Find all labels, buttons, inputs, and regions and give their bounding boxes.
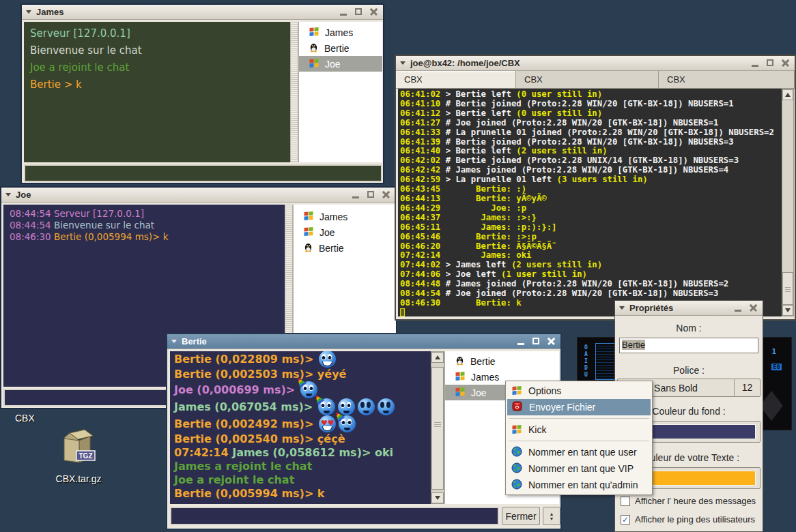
bertie-message-input[interactable] xyxy=(170,507,499,525)
terminal-line: 07:42:14 James: oki xyxy=(400,251,782,261)
terminal-line: 06:44:37 James: :>:} xyxy=(400,213,782,223)
spin-up-icon: ▲ xyxy=(550,512,554,516)
menu-item-nommer-en-tant-que-vip[interactable]: Nommer en tant que VIP xyxy=(507,460,651,477)
close-button[interactable] xyxy=(748,303,758,313)
fermer-button[interactable]: Fermer xyxy=(502,507,540,525)
james-message-input[interactable] xyxy=(24,164,382,182)
chat-message: Bienvenue sur le chat xyxy=(30,42,284,59)
windows-logo-icon xyxy=(303,210,314,221)
windows-user-icon xyxy=(455,370,466,383)
tux-penguin-icon xyxy=(309,42,319,53)
emoticon-cut xyxy=(319,351,336,368)
emoticon-surprised xyxy=(338,398,355,415)
maximize-button[interactable] xyxy=(765,58,776,68)
terminal-line: 06:41:39 # Bertie joined (Proto:2.28 WIN… xyxy=(400,138,782,147)
collapse-icon[interactable] xyxy=(400,61,406,65)
collapse-icon[interactable] xyxy=(619,306,625,310)
user-name: Bertie xyxy=(319,243,344,254)
close-button[interactable] xyxy=(369,7,379,17)
close-button[interactable] xyxy=(381,190,391,200)
collapse-icon[interactable] xyxy=(26,10,31,14)
james-titlebar[interactable]: James xyxy=(22,5,383,20)
scroll-up-button[interactable] xyxy=(431,352,444,363)
linux-user-icon xyxy=(455,355,465,368)
scroll-up-button[interactable] xyxy=(782,89,793,100)
terminal-scrollbar[interactable] xyxy=(782,89,794,316)
user-list-item-joe[interactable]: Joe xyxy=(299,56,382,72)
scroll-down-button[interactable] xyxy=(431,492,444,503)
user-list-item-james[interactable]: James xyxy=(299,25,382,40)
terminal-line: 06:41:10 # Bertie joined (Proto:2.28 WIN… xyxy=(400,100,782,109)
terminal-line: 06:42:59 > La prunelle 01 left (3 users … xyxy=(400,175,782,185)
window-title: Propriétés xyxy=(629,303,673,313)
terminal-line: 08:44:54 # Joe joined (Proto:2.28 WIN/20… xyxy=(400,289,782,299)
emoticon-party xyxy=(300,381,317,398)
close-button[interactable] xyxy=(546,336,556,346)
terminal-line: 06:45:46 Bertie: :>:p xyxy=(400,233,782,242)
bertie-titlebar[interactable]: Bertie xyxy=(167,334,560,349)
maximize-button[interactable] xyxy=(354,7,364,17)
minimize-button[interactable] xyxy=(516,336,526,346)
menu-item-label: Options xyxy=(528,385,561,396)
minimize-button[interactable] xyxy=(351,190,361,200)
menu-item-nommer-en-tant-que-user[interactable]: Nommer en tant que user xyxy=(507,444,651,460)
player-knob[interactable] xyxy=(760,391,783,421)
properties-titlebar[interactable]: Propriétés xyxy=(615,301,763,316)
menu-item-label: Envoyer Fichier xyxy=(529,402,595,413)
user-list-item-bertie[interactable]: Bertie xyxy=(294,240,396,256)
user-list-item-joe[interactable]: Joe xyxy=(294,224,396,240)
scroll-down-button[interactable] xyxy=(782,305,793,316)
spinner-button[interactable]: ▲ ▼ xyxy=(543,507,560,525)
font-label: Police : xyxy=(615,365,763,376)
checkbox-checked[interactable]: ✓ xyxy=(621,515,630,524)
chat-message: Bertie > k xyxy=(30,76,284,93)
menu-item-nommer-en-tant-qu-admin[interactable]: Nommer en tant qu'admin xyxy=(507,477,651,493)
terminal-line: 08:44:48 # James joined (Proto:2.28 WIN/… xyxy=(400,280,782,289)
user-list-item-bertie[interactable]: Bertie xyxy=(299,40,382,56)
desktop-icon-cbx-targz[interactable]: TGZ CBX.tar.gz xyxy=(41,427,116,484)
close-button[interactable] xyxy=(780,58,791,68)
chat-message: Bertie (0,002492 ms)> xyxy=(174,415,427,432)
james-chat-scrollbar[interactable] xyxy=(290,22,298,162)
user-name: Joe xyxy=(471,387,487,398)
globe-icon xyxy=(511,479,522,492)
menu-item-options[interactable]: Options xyxy=(507,383,651,399)
menu-item-kick[interactable]: Kick xyxy=(507,422,651,438)
joe-titlebar[interactable]: Joe xyxy=(1,188,395,203)
windows-user-icon xyxy=(309,26,319,39)
show-ping-checkbox-row[interactable]: ✓ Afficher le ping des utilisateurs xyxy=(621,514,755,524)
collapse-icon[interactable] xyxy=(5,193,11,196)
maximize-button[interactable] xyxy=(531,336,541,346)
minimize-button[interactable] xyxy=(733,303,743,313)
maximize-button[interactable] xyxy=(366,190,376,200)
bertie-chat-scrollbar[interactable] xyxy=(431,351,444,504)
show-time-checkbox-row[interactable]: Afficher l' heure des messages xyxy=(621,496,756,506)
tab-cbx-2[interactable]: CBX xyxy=(516,71,659,88)
user-list-item-bertie[interactable]: Bertie xyxy=(445,353,559,369)
terminal-line: 06:46:20 Bertie: Ã§Ã©Ã§Ã¨ xyxy=(400,242,782,252)
scroll-thumb[interactable] xyxy=(431,367,444,490)
globe-icon xyxy=(511,462,522,473)
chat-message: 08:44:54 Serveur [127.0.0.1] xyxy=(10,208,279,220)
tab-cbx-3[interactable]: CBX xyxy=(659,71,795,88)
terminal-window: joe@bx42: /home/joe/CBX CBX CBX CBX 06:4… xyxy=(395,55,796,321)
windows-user-icon xyxy=(303,226,314,239)
james-window: James Serveur [127.0.0.1]Bienvenue sur l… xyxy=(20,3,384,184)
minimize-button[interactable] xyxy=(339,7,349,17)
menu-item-envoyer-fichier[interactable]: Envoyer Fichier xyxy=(507,399,651,415)
scroll-thumb[interactable] xyxy=(782,272,793,305)
collapse-icon[interactable] xyxy=(171,340,177,343)
name-input[interactable]: Bertie xyxy=(619,338,758,353)
minimize-button[interactable] xyxy=(750,58,761,68)
user-name: Bertie xyxy=(324,43,350,54)
checkbox-unchecked[interactable] xyxy=(621,497,630,506)
user-list-item-james[interactable]: James xyxy=(294,209,396,224)
chat-message: 07:42:14 James (0,058612 ms)> oki xyxy=(174,446,427,460)
player-badge: E0 xyxy=(771,364,782,370)
desktop-icon-cbx[interactable]: CBX xyxy=(15,413,35,424)
terminal-titlebar[interactable]: joe@bx42: /home/joe/CBX xyxy=(396,56,795,71)
user-name: James xyxy=(325,27,353,38)
tab-cbx-1[interactable]: CBX xyxy=(396,71,516,88)
emoticon-cool xyxy=(358,398,375,415)
gem-icon xyxy=(511,400,523,414)
